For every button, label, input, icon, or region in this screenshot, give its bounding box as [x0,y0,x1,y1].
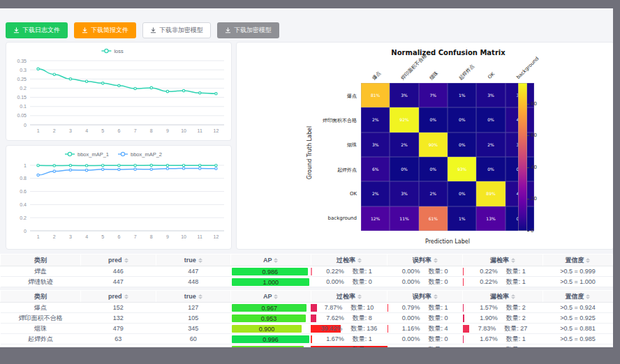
matrix-cell: 61% [419,206,448,231]
matrix-cell: 2% [361,181,390,206]
sort-icon[interactable] [586,294,590,299]
legend-item-bbox_mAP_2[interactable]: bbox_mAP_2 [118,151,162,158]
svg-text:0.4: 0.4 [20,202,27,207]
sort-icon[interactable] [274,258,278,263]
svg-text:0.05: 0.05 [17,113,27,118]
column-label: 置信度 [565,257,584,264]
column-header-conf[interactable]: 置信度 [542,255,612,266]
legend-item-bbox_mAP_1[interactable]: bbox_mAP_1 [65,151,109,158]
download-encrypted-model-button[interactable]: 下载加密模型 [217,22,279,38]
column-header-pred[interactable]: pred [80,255,156,266]
column-header-mis[interactable]: 误判率 [388,291,463,303]
sort-icon[interactable] [124,258,128,263]
sort-icon[interactable] [511,258,515,263]
rate-count: 数量: 117 [353,344,378,347]
cell-misjudge-rate: 0.79%数量: 1 [388,303,463,313]
column-header-miss[interactable]: 漏检率 [463,291,543,303]
svg-text:8: 8 [150,128,153,133]
sort-icon[interactable] [357,294,362,299]
cell-misjudge-rate: 0.00%数量: 0 [388,334,463,344]
rate-count: 数量: 2 [506,303,526,312]
column-header-miss[interactable]: 漏检率 [463,255,543,266]
column-header-true[interactable]: true [156,255,230,266]
sort-icon[interactable] [198,294,202,299]
cell-overdetect-rate: 1.67%数量: 1 [311,334,388,344]
matrix-cell: 2% [361,107,390,132]
colorbar-tick-label: 0 [531,228,533,234]
download-log-button[interactable]: 下载日志文件 [6,22,68,38]
sort-icon[interactable] [434,294,438,299]
rate-count: 数量: 4 [428,324,448,333]
download-plain-model-button[interactable]: 下载非加密模型 [142,22,211,38]
column-header-pred[interactable]: pred [80,291,156,303]
sort-icon[interactable] [586,258,590,263]
rate-percent: 0.00% [402,344,420,347]
cell-miss-rate: 0.22%数量: 1 [463,277,543,287]
table-row: 起焊炸点63600.9961.67%数量: 10.00%数量: 01.67%数量… [1,334,613,344]
matrix-row-label: 焊印面积不合格 [277,117,357,124]
matrix-cell: 0% [448,107,476,132]
matrix-cell: 0% [419,107,448,132]
ap-value: 0.929 [232,347,304,347]
column-label: true [184,293,196,300]
svg-text:11: 11 [198,234,202,239]
svg-text:bbox_mAP_2: bbox_mAP_2 [131,151,162,158]
sort-icon[interactable] [434,258,438,263]
table-row: 焊盘4464470.9860.22%数量: 10.00%数量: 00.22%数量… [1,266,613,277]
ap-bar: 0.900 [232,325,301,333]
colorbar [518,83,527,231]
rate-count: 数量: 8 [353,313,372,323]
cell-overdetect-rate: 39.42%数量: 136 [311,324,388,334]
svg-text:10: 10 [181,234,186,239]
matrix-cell: 0% [476,157,505,181]
matrix-row-label: background [277,215,357,221]
rate-percent: 7.62% [326,313,344,323]
svg-text:2: 2 [53,234,56,239]
cell-ap: 0.967 [230,303,311,313]
matrix-cell: 92% [390,107,418,132]
cell-miss-rate: 7.83%数量: 27 [463,324,543,334]
legend-item-loss[interactable]: loss [101,48,124,54]
sort-icon[interactable] [511,294,515,299]
column-header-conf[interactable]: 置信度 [542,291,612,303]
button-label: 下载非加密模型 [159,26,203,35]
matrix-row-label: 爆点 [277,93,357,100]
column-header-true[interactable]: true [156,291,230,303]
matrix-row-label: OK [277,191,357,197]
cell-ap: 0.996 [230,334,311,344]
matrix-column-label: OK [487,71,496,80]
cell-confidence: >0.5 = 1.000 [542,277,612,287]
column-header-ap[interactable]: AP [230,291,311,303]
sort-icon[interactable] [357,258,362,263]
cell-miss-rate: 0.00%数量: 0 [463,344,543,348]
matrix-cell: 13% [476,206,505,231]
svg-text:10: 10 [181,128,186,133]
rate-percent: 0.22% [326,266,344,276]
svg-text:8: 8 [150,234,153,239]
sort-icon[interactable] [274,294,278,299]
column-header-over[interactable]: 过检率 [311,291,388,303]
ap-bar: 0.996 [232,335,309,343]
svg-text:4: 4 [85,128,88,133]
rate-percent: 1.90% [480,313,498,323]
loss-chart-card: 00.050.10.150.20.250.30.3512345678910111… [6,42,232,141]
results-table-1: 类别predtrueAP过检率误判率漏检率置信度焊盘4464470.9860.2… [0,254,613,287]
svg-text:0.35: 0.35 [17,59,27,63]
download-report-button[interactable]: 下载简报文件 [74,22,136,38]
rate-count: 数量: 1 [506,266,526,276]
matrix-cell: 6% [361,157,390,181]
rate-count: 数量: 0 [506,344,526,347]
sort-icon[interactable] [124,294,128,299]
colorbar-tick-label: 60 [531,132,537,138]
column-header-over[interactable]: 过检率 [311,255,388,266]
table-row: 焊缝轨迹4474481.0000.00%数量: 00.00%数量: 00.22%… [1,277,613,287]
column-header-mis[interactable]: 误判率 [388,255,463,266]
table-row: 爆点1521270.9677.87%数量: 100.79%数量: 11.57%数… [1,303,613,313]
matrix-title: Normalized Confusion Matrix [309,49,588,56]
column-header-ap[interactable]: AP [230,255,311,266]
matrix-cell: 3% [390,181,418,206]
sort-icon[interactable] [198,258,202,263]
column-label: true [184,257,196,264]
results-tables: 类别predtrueAP过检率误判率漏检率置信度焊盘4464470.9860.2… [0,254,613,347]
matrix-cell: 0% [448,132,476,157]
